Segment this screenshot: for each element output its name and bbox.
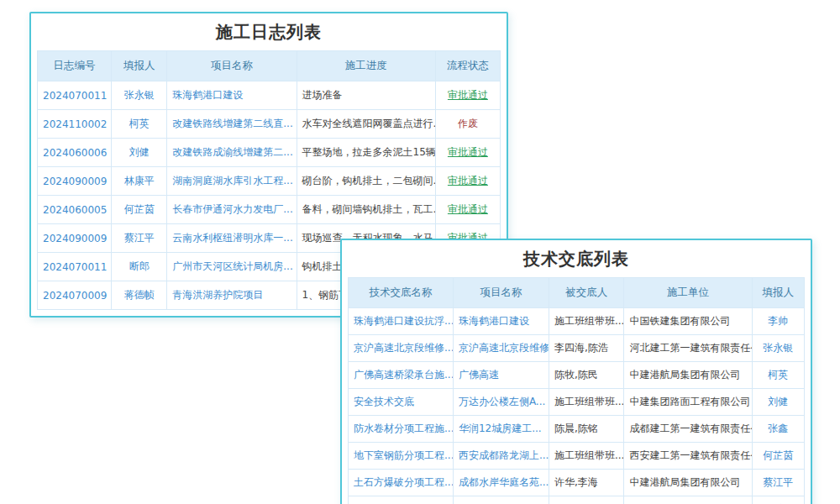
status-badge: 审批通过 [435,196,500,224]
unit-cell: 成都建工第一建筑有限责任公司 [624,416,752,443]
project-name-link[interactable]: 广州市天河区统计局机房... [167,253,297,281]
status-badge: 审批通过 [435,167,500,196]
receiver-cell: 施工班组带班... [549,308,624,335]
project-name-link[interactable]: 改建铁路成渝线增建第二... [167,139,297,167]
column-header: 日志编号 [38,51,112,81]
tech-disclosure-body: 珠海鹤港口建设抗浮...珠海鹤港口建设施工班组带班...中国铁建集团有限公司李帅… [349,308,805,504]
project-name-link[interactable]: 广佛高速 [453,362,549,389]
project-name-link[interactable]: 华润12城房建工... [453,416,549,443]
table-row[interactable]: 安全技术交底万达办公楼左侧A...施工班组带班...中建集团路面工程有限公司刘健 [349,389,805,416]
disclosure-name-link[interactable]: 防水卷材分项工程施... [349,416,454,443]
table-row[interactable]: 2024110002柯英改建铁路线增建第二线直...水车对全线遮阳网覆盖点进行.… [38,110,501,139]
project-name-link[interactable]: 长春市伊通河水力发电厂... [167,196,297,224]
progress-cell: 平整场地，拉走多余泥土15辆... [297,139,435,167]
reporter-cell[interactable]: 张鑫 [752,416,804,443]
table-row[interactable]: 2024060005何芷茵长春市伊通河水力发电厂...备料，砌间墙钩机排土，瓦工… [38,196,501,224]
project-name-link[interactable]: 万达办公楼左侧A... [453,389,549,416]
reporter-cell[interactable]: 蔡江平 [112,224,167,253]
column-header: 施工单位 [624,278,752,308]
unit-cell: 河北建工第一建筑有限责任公司 [624,335,752,362]
receiver-cell: 施工班组带班... [549,389,624,416]
log-number-cell[interactable]: 2024090009 [38,224,112,253]
receiver-cell: 陈牧,陈民 [549,362,624,389]
project-name-link[interactable]: 湖南洞庭湖水库引水工程... [167,167,297,196]
disclosure-name-link[interactable]: 广东佛山碧桂园项目... [349,496,454,504]
log-number-cell[interactable]: 2024070009 [38,281,112,310]
project-name-link[interactable]: 西安成都路龙湖上... [453,443,549,470]
reporter-cell[interactable]: 李帅 [752,308,804,335]
reporter-cell[interactable]: 柯英 [752,362,804,389]
table-row[interactable]: 2024090009林康平湖南洞庭湖水库引水工程...砌台阶，钩机排土，二包砌间… [38,167,501,196]
log-number-cell[interactable]: 2024090009 [38,167,112,196]
reporter-cell[interactable]: 断郎 [112,253,167,281]
log-number-cell[interactable]: 2024110002 [38,110,112,139]
project-name-link[interactable]: 珠海鹤港口建设 [453,308,549,335]
project-name-link[interactable]: 改建铁路线增建第二线直... [167,110,297,139]
project-name-link[interactable]: 青海洪湖养护院项目 [167,281,297,310]
reporter-cell[interactable]: 何芷茵 [752,443,804,470]
table-row[interactable]: 地下室钢筋分项工程...西安成都路龙湖上...施工班组带班...西安建工第一建筑… [349,443,805,470]
log-number-cell[interactable]: 2024070011 [38,81,112,110]
reporter-cell[interactable]: 张永银 [752,335,804,362]
column-header: 流程状态 [435,51,500,81]
disclosure-name-link[interactable]: 土石方爆破分项工程... [349,470,454,496]
column-header: 项目名称 [453,278,549,308]
table-row[interactable]: 防水卷材分项工程施...华润12城房建工...陈晨,陈铭成都建工第一建筑有限责任… [349,416,805,443]
unit-cell: 中建港航局集团有限公司 [624,362,752,389]
tech-disclosure-table: 技术交底名称项目名称被交底人施工单位填报人 珠海鹤港口建设抗浮...珠海鹤港口建… [348,277,805,504]
receiver-cell: 陈晨,陈铭 [549,416,624,443]
project-name-link[interactable]: 京沪高速北京段维修 [453,335,549,362]
reporter-cell[interactable]: 林康平 [112,167,167,196]
column-header: 技术交底名称 [349,278,454,308]
receiver-cell: 王海施工队全队 [549,496,624,504]
disclosure-name-link[interactable]: 广佛高速桥梁承台施... [349,362,454,389]
reporter-cell[interactable]: 张永银 [112,81,167,110]
receiver-cell: 许华,李海 [549,470,624,496]
header-row: 技术交底名称项目名称被交底人施工单位填报人 [349,278,805,308]
construction-log-header: 日志编号填报人项目名称施工进度流程状态 [38,51,501,81]
reporter-cell[interactable]: 蒋德帧 [112,281,167,310]
disclosure-name-link[interactable]: 京沪高速北京段维修... [349,335,454,362]
table-row[interactable]: 土石方爆破分项工程...成都水岸华庭名苑...许华,李海中建港航局集团有限公司蔡… [349,470,805,496]
unit-cell: 西安建工第一建筑有限责任公司 [624,443,752,470]
table-row[interactable]: 京沪高速北京段维修...京沪高速北京段维修李四海,陈浩河北建工第一建筑有限责任公… [349,335,805,362]
disclosure-name-link[interactable]: 珠海鹤港口建设抗浮... [349,308,454,335]
log-number-cell[interactable]: 2024070011 [38,253,112,281]
disclosure-name-link[interactable]: 地下室钢筋分项工程... [349,443,454,470]
reporter-cell[interactable]: 断郎 [752,496,804,504]
reporter-cell[interactable]: 刘健 [112,139,167,167]
column-header: 填报人 [112,51,167,81]
table-row[interactable]: 2024060006刘健改建铁路成渝线增建第二...平整场地，拉走多余泥土15辆… [38,139,501,167]
reporter-cell[interactable]: 刘健 [752,389,804,416]
progress-cell: 水车对全线遮阳网覆盖点进行... [297,110,435,139]
table-row[interactable]: 珠海鹤港口建设抗浮...珠海鹤港口建设施工班组带班...中国铁建集团有限公司李帅 [349,308,805,335]
reporter-cell[interactable]: 蔡江平 [752,470,804,496]
status-badge: 审批通过 [435,81,500,110]
column-header: 被交底人 [549,278,624,308]
header-row: 日志编号填报人项目名称施工进度流程状态 [38,51,501,81]
project-name-link[interactable]: 云南水利枢纽潜明水库一... [167,224,297,253]
unit-cell: 人防、水电、消防暖通 [624,496,752,504]
project-name-link[interactable]: 广东佛山碧桂园项目 [453,496,549,504]
receiver-cell: 施工班组带班... [549,443,624,470]
reporter-cell[interactable]: 何芷茵 [112,196,167,224]
log-number-cell[interactable]: 2024060005 [38,196,112,224]
log-number-cell[interactable]: 2024060006 [38,139,112,167]
table-row[interactable]: 广佛高速桥梁承台施...广佛高速陈牧,陈民中建港航局集团有限公司柯英 [349,362,805,389]
construction-log-title: 施工日志列表 [31,13,507,50]
column-header: 项目名称 [167,51,297,81]
disclosure-name-link[interactable]: 安全技术交底 [349,389,454,416]
unit-cell: 中国铁建集团有限公司 [624,308,752,335]
progress-cell: 进场准备 [297,81,435,110]
project-name-link[interactable]: 成都水岸华庭名苑... [453,470,549,496]
tech-disclosure-panel: 技术交底列表 技术交底名称项目名称被交底人施工单位填报人 珠海鹤港口建设抗浮..… [340,239,812,504]
status-badge: 审批通过 [435,139,500,167]
reporter-cell[interactable]: 柯英 [112,110,167,139]
table-row[interactable]: 广东佛山碧桂园项目...广东佛山碧桂园项目王海施工队全队人防、水电、消防暖通断郎 [349,496,805,504]
progress-cell: 砌台阶，钩机排土，二包砌间... [297,167,435,196]
receiver-cell: 李四海,陈浩 [549,335,624,362]
column-header: 填报人 [752,278,804,308]
table-row[interactable]: 2024070011张永银珠海鹤港口建设进场准备审批通过 [38,81,501,110]
project-name-link[interactable]: 珠海鹤港口建设 [167,81,297,110]
tech-disclosure-header: 技术交底名称项目名称被交底人施工单位填报人 [349,278,805,308]
